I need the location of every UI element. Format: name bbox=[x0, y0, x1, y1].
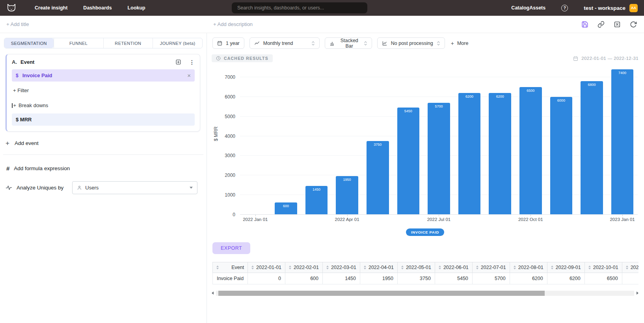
more-options-button[interactable]: + More bbox=[451, 41, 469, 46]
event-card: A. Event ⋮ $ Invoice Paid × + Fil bbox=[6, 54, 200, 132]
column-header-label: 2022-10-01 bbox=[593, 265, 618, 270]
sort-icon[interactable] bbox=[326, 265, 329, 269]
sort-icon[interactable] bbox=[289, 265, 291, 269]
bar[interactable]: 3750 bbox=[367, 141, 389, 215]
date-range-button[interactable]: 1 year bbox=[212, 37, 244, 49]
selected-event-row[interactable]: $ Invoice Paid × bbox=[12, 69, 195, 82]
column-header-inner: 2022-05-01 bbox=[401, 265, 431, 270]
bar[interactable]: 6200 bbox=[458, 93, 481, 214]
save-icon[interactable] bbox=[581, 20, 588, 28]
bar-slot: 600 bbox=[271, 65, 302, 214]
y-axis-title: $ MRR bbox=[213, 126, 219, 141]
chart-type-select[interactable]: Stacked Bar bbox=[325, 37, 372, 49]
workspace-name[interactable]: test - workspace bbox=[584, 5, 625, 11]
table-cell: 1950 bbox=[360, 273, 397, 284]
horizontal-scrollbar[interactable] bbox=[212, 290, 638, 296]
sort-icon[interactable] bbox=[251, 265, 254, 269]
nav-lookup[interactable]: Lookup bbox=[128, 5, 145, 11]
scrollbar-track[interactable] bbox=[216, 291, 634, 296]
breakdown-plus-icon: + bbox=[13, 102, 17, 108]
column-header[interactable]: 2022-01-01 bbox=[248, 262, 285, 273]
tab-segmentation[interactable]: SEGMENTATION bbox=[4, 38, 54, 48]
sort-icon[interactable] bbox=[626, 265, 628, 269]
add-filter-button[interactable]: + Filter bbox=[12, 87, 195, 93]
sort-icon[interactable] bbox=[401, 265, 404, 269]
bar[interactable]: 5700 bbox=[428, 103, 450, 215]
column-header[interactable]: 2022-09-01 bbox=[547, 262, 584, 273]
panel-divider bbox=[3, 154, 203, 155]
sort-icon[interactable] bbox=[439, 265, 441, 269]
add-title-field[interactable]: + Add title bbox=[6, 21, 29, 27]
bar[interactable]: 1450 bbox=[305, 186, 328, 214]
column-header[interactable]: 2022-02-01 bbox=[285, 262, 323, 273]
add-description-field[interactable]: + Add description bbox=[213, 21, 253, 27]
bar[interactable]: 5450 bbox=[397, 108, 420, 214]
bar[interactable]: 600 bbox=[275, 202, 297, 214]
date-range-label: 1 year bbox=[226, 41, 240, 46]
dollar-icon: $ bbox=[16, 73, 19, 78]
tab-retention[interactable]: RETENTION bbox=[103, 38, 153, 48]
bar[interactable]: 6000 bbox=[550, 97, 573, 214]
post-processing-select[interactable]: No post processing bbox=[377, 37, 445, 49]
nav-create-insight[interactable]: Create insight bbox=[35, 5, 67, 11]
column-header[interactable]: 2022-04-01 bbox=[360, 262, 397, 273]
duplicate-event-icon[interactable] bbox=[175, 59, 181, 65]
column-header[interactable]: 2022-10-01 bbox=[584, 262, 622, 273]
column-header[interactable]: 2022-11-01 bbox=[622, 262, 638, 273]
export-button[interactable]: EXPORT bbox=[212, 242, 250, 254]
hash-icon: # bbox=[6, 165, 9, 172]
chart-type-value: Stacked Bar bbox=[339, 38, 360, 49]
app-logo-cat-icon[interactable] bbox=[6, 3, 17, 13]
insight-header: + Add title + Add description bbox=[0, 16, 644, 33]
refresh-icon[interactable] bbox=[629, 20, 637, 28]
trend-select[interactable]: Monthly trend bbox=[249, 37, 320, 49]
column-header[interactable]: 2022-08-01 bbox=[510, 262, 547, 273]
column-header-label: 2022-07-01 bbox=[481, 265, 506, 270]
sort-icon[interactable] bbox=[514, 265, 516, 269]
bar-slot: 6000 bbox=[546, 65, 577, 214]
tab-journey[interactable]: JOURNEY (beta) bbox=[153, 38, 202, 48]
sort-icon[interactable] bbox=[364, 265, 366, 269]
results-table: Event2022-01-012022-02-012022-03-012022-… bbox=[212, 262, 638, 284]
bar[interactable]: 7400 bbox=[611, 69, 634, 214]
table-cell: 6000 bbox=[622, 273, 638, 284]
bar[interactable]: 6800 bbox=[581, 81, 603, 214]
bar[interactable]: 1950 bbox=[336, 176, 358, 214]
column-header-label: 2022-08-01 bbox=[518, 265, 543, 270]
export-excel-icon[interactable] bbox=[613, 20, 621, 28]
column-header[interactable]: 2022-03-01 bbox=[323, 262, 360, 273]
analyze-by-dropdown[interactable]: Users bbox=[72, 181, 197, 194]
column-header[interactable]: 2022-07-01 bbox=[472, 262, 510, 273]
avatar[interactable]: AA bbox=[629, 4, 638, 12]
copy-link-icon[interactable] bbox=[597, 20, 605, 28]
remove-event-icon[interactable]: × bbox=[187, 72, 191, 78]
metric-row-mrr[interactable]: $ MRR bbox=[12, 113, 195, 126]
scroll-left-icon[interactable] bbox=[212, 291, 214, 295]
column-header[interactable]: 2022-06-01 bbox=[435, 262, 472, 273]
column-header[interactable]: 2022-05-01 bbox=[397, 262, 435, 273]
scroll-right-icon[interactable] bbox=[637, 291, 638, 295]
column-header-label: 2022-04-01 bbox=[369, 265, 394, 270]
legend-invoice-paid[interactable]: INVOICE PAID bbox=[406, 228, 444, 236]
scrollbar-thumb[interactable] bbox=[218, 291, 545, 296]
bar-chart-icon bbox=[329, 41, 335, 46]
nav-catalog[interactable]: Catalog bbox=[511, 5, 529, 11]
help-icon[interactable]: ? bbox=[561, 5, 568, 11]
column-header[interactable]: Event bbox=[213, 262, 248, 273]
search-input[interactable] bbox=[232, 2, 367, 13]
column-header-inner: 2022-11-01 bbox=[626, 265, 638, 270]
nav-dashboards[interactable]: Dashboards bbox=[83, 5, 112, 11]
plus-icon: + bbox=[6, 140, 9, 147]
sort-icon[interactable] bbox=[551, 265, 553, 269]
event-menu-kebab-icon[interactable]: ⋮ bbox=[189, 59, 195, 65]
sort-icon[interactable] bbox=[588, 265, 591, 269]
nav-assets[interactable]: Assets bbox=[529, 5, 545, 11]
breakdowns-button[interactable]: + Break downs bbox=[12, 102, 195, 108]
sort-icon[interactable] bbox=[476, 265, 478, 269]
sort-icon[interactable] bbox=[216, 265, 219, 269]
bar[interactable]: 6500 bbox=[519, 87, 542, 214]
add-formula-button[interactable]: # Add formula expression bbox=[6, 165, 207, 172]
bar[interactable]: 6200 bbox=[489, 93, 511, 214]
tab-funnel[interactable]: FUNNEL bbox=[54, 38, 103, 48]
add-event-button[interactable]: + Add event bbox=[6, 140, 207, 147]
